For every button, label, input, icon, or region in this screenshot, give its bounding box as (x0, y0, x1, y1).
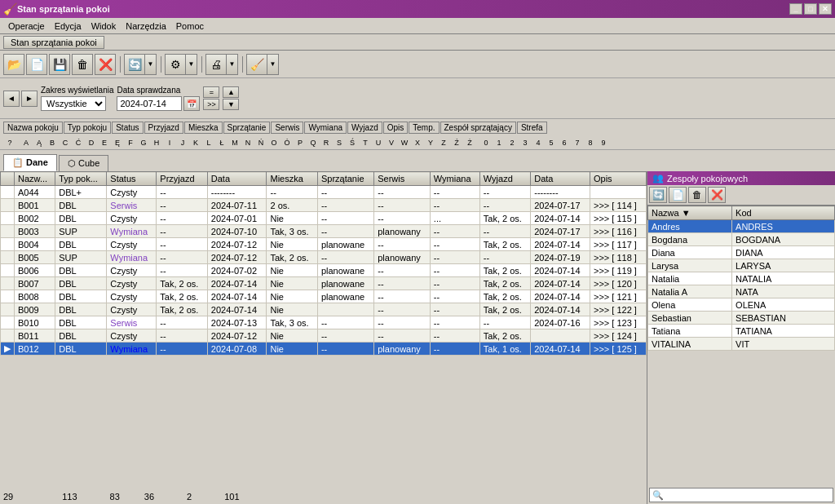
save-button[interactable]: 💾 (49, 54, 70, 75)
alpha-I[interactable]: I (163, 136, 176, 149)
alpha-Ę[interactable]: Ę (111, 136, 124, 149)
panel-row[interactable]: Bogdana BOGDANA (648, 233, 835, 246)
maximize-button[interactable]: □ (804, 3, 817, 15)
th-typ[interactable]: Typ pok... (55, 172, 107, 186)
alpha-A[interactable]: A (20, 136, 33, 149)
table-row[interactable]: B011 DBL Czysty -- 2024-07-12 Nie -- -- … (1, 329, 647, 343)
panel-th-kod[interactable]: Kod (732, 206, 835, 220)
alpha-?[interactable]: ? (3, 136, 16, 149)
table-row[interactable]: ▶ B012 DBL Wymiana -- 2024-07-08 Nie -- … (1, 343, 647, 356)
alpha-S[interactable]: S (333, 136, 346, 149)
th-data[interactable]: Data (207, 172, 267, 186)
folder-button[interactable]: 📂 (3, 54, 24, 75)
alpha-M[interactable]: M (228, 136, 241, 149)
th-przyjazd[interactable]: Przyjazd (157, 172, 207, 186)
filter-prev-button[interactable]: ◄ (3, 91, 20, 107)
filter-next-button[interactable]: ► (21, 91, 38, 107)
equal-button[interactable]: = (203, 86, 219, 98)
col-tag-wymiana[interactable]: Wymiana (304, 122, 347, 134)
alpha-T[interactable]: T (359, 136, 372, 149)
alpha-X[interactable]: X (411, 136, 424, 149)
table-row[interactable]: B002 DBL Czysty -- 2024-07-01 Nie -- -- … (1, 212, 647, 225)
col-tag-przyjazd[interactable]: Przyjazd (144, 122, 183, 134)
th-serwis[interactable]: Serwis (374, 172, 431, 186)
alpha-G[interactable]: G (137, 136, 150, 149)
menu-narzedzia[interactable]: Narzędzia (121, 20, 171, 33)
refresh-button[interactable]: 🔄 (124, 54, 145, 75)
alpha-6[interactable]: 6 (558, 136, 571, 149)
panel-search-input[interactable] (649, 488, 833, 502)
alpha-Ą[interactable]: Ą (33, 136, 46, 149)
sub-tab[interactable]: Stan sprzątania pokoi (3, 36, 104, 49)
panel-row[interactable]: Tatiana TATIANA (648, 325, 835, 338)
alpha-Y[interactable]: Y (424, 136, 437, 149)
col-tag-sprzatanie[interactable]: Sprzątanie (223, 122, 271, 134)
alpha-K[interactable]: K (189, 136, 202, 149)
alpha-Ż[interactable]: Ż (463, 136, 476, 149)
panel-row[interactable]: Natalia NATALIA (648, 272, 835, 285)
alpha-Ź[interactable]: Ź (450, 136, 463, 149)
nav-down-button[interactable]: ▼ (223, 99, 239, 110)
col-tag-typ[interactable]: Typ pokoju (64, 122, 111, 134)
new-button[interactable]: 📄 (26, 54, 47, 75)
close-button[interactable]: ✕ (819, 3, 832, 15)
th-mieszka[interactable]: Mieszka (267, 172, 317, 186)
alpha-Ó[interactable]: Ó (281, 136, 294, 149)
panel-refresh-button[interactable]: 🔄 (649, 187, 667, 203)
table-row[interactable]: B010 DBL Serwis -- 2024-07-13 Tak, 3 os.… (1, 316, 647, 329)
th-sprzatanie[interactable]: Sprzątanie (317, 172, 373, 186)
table-row[interactable]: B008 DBL Czysty Tak, 2 os. 2024-07-14 Ni… (1, 290, 647, 303)
print-dropdown[interactable]: ▼ (227, 54, 238, 75)
alpha-4[interactable]: 4 (532, 136, 545, 149)
alpha-O[interactable]: O (267, 136, 281, 149)
menu-edycja[interactable]: Edycja (50, 20, 86, 33)
data-input[interactable] (117, 96, 182, 111)
table-row[interactable]: B005 SUP Wymiana -- 2024-07-12 Tak, 2 os… (1, 251, 647, 264)
zakres-select[interactable]: Wszystkie (41, 96, 106, 111)
panel-delete-button[interactable]: 🗑 (688, 187, 706, 203)
alpha-Ń[interactable]: Ń (254, 136, 267, 149)
alpha-Ć[interactable]: Ć (72, 136, 85, 149)
th-nazw[interactable]: Nazw... (15, 172, 55, 186)
col-tag-serwis[interactable]: Serwis (271, 122, 303, 134)
arrow-right-button[interactable]: >> (203, 99, 219, 110)
panel-row[interactable]: Sebastian SEBASTIAN (648, 312, 835, 325)
menu-widok[interactable]: Widok (86, 20, 121, 33)
alpha-E[interactable]: E (98, 136, 111, 149)
settings-dropdown[interactable]: ▼ (186, 54, 197, 75)
th-wymiana[interactable]: Wymiana (430, 172, 479, 186)
panel-row[interactable]: Larysa LARYSA (648, 259, 835, 272)
delete-button[interactable]: 🗑 (72, 54, 93, 75)
col-tag-status[interactable]: Status (112, 122, 143, 134)
alpha-N[interactable]: N (241, 136, 254, 149)
alpha-R[interactable]: R (320, 136, 333, 149)
alpha-8[interactable]: 8 (584, 136, 597, 149)
col-tag-zespol[interactable]: Zespół sprzątający (440, 122, 516, 134)
minimize-button[interactable]: _ (789, 3, 802, 15)
panel-row[interactable]: VITALINA VIT (648, 338, 835, 351)
alpha-Ł[interactable]: Ł (215, 136, 228, 149)
calendar-picker-button[interactable]: 📅 (183, 96, 200, 111)
alpha-7[interactable]: 7 (571, 136, 584, 149)
th-data2[interactable]: Data (531, 172, 590, 186)
alpha-P[interactable]: P (294, 136, 307, 149)
panel-row[interactable]: Diana DIANA (648, 246, 835, 259)
alpha-W[interactable]: W (398, 136, 411, 149)
alpha-0[interactable]: 0 (479, 136, 493, 149)
nav-up-button[interactable]: ▲ (223, 86, 239, 98)
table-row[interactable]: B009 DBL Czysty Tak, 2 os. 2024-07-14 Ni… (1, 303, 647, 316)
alpha-C[interactable]: C (59, 136, 72, 149)
table-row[interactable]: B007 DBL Czysty Tak, 2 os. 2024-07-14 Ni… (1, 277, 647, 290)
print-button[interactable]: 🖨 (205, 54, 227, 75)
table-wrapper[interactable]: Nazw... Typ pok... Status Przyjazd Data … (0, 171, 647, 489)
alpha-B[interactable]: B (46, 136, 59, 149)
table-row[interactable]: A044 DBL+ Czysty -- -------- -- -- -- --… (1, 186, 647, 199)
alpha-D[interactable]: D (85, 136, 98, 149)
col-tag-mieszka[interactable]: Mieszka (184, 122, 223, 134)
table-row[interactable]: B003 SUP Wymiana -- 2024-07-10 Tak, 3 os… (1, 225, 647, 238)
refresh-dropdown[interactable]: ▼ (145, 54, 157, 75)
col-tag-wyjazd[interactable]: Wyjazd (347, 122, 382, 134)
alpha-1[interactable]: 1 (493, 136, 506, 149)
th-wyjazd[interactable]: Wyjazd (479, 172, 530, 186)
panel-th-nazwa[interactable]: Nazwa ▼ (648, 206, 732, 220)
